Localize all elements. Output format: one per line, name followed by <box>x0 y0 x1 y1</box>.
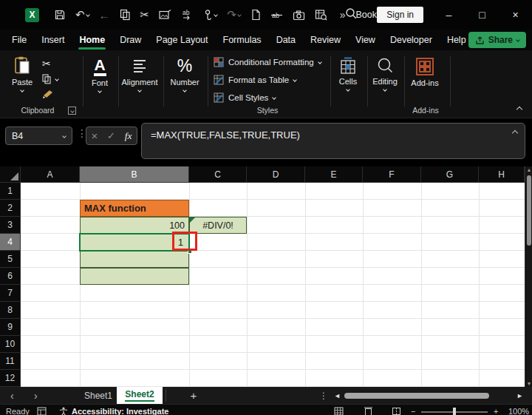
insert-function-button[interactable]: fx <box>125 130 132 142</box>
add-sheet-button[interactable]: + <box>186 387 201 404</box>
cell-b5[interactable] <box>80 251 189 268</box>
save-button[interactable] <box>54 9 66 21</box>
row-header-2[interactable]: 2 <box>0 200 21 217</box>
font-dropdown-icon[interactable] <box>98 89 102 93</box>
scroll-down-icon[interactable]: ▼ <box>525 381 532 386</box>
row-header-4[interactable]: 4 <box>0 234 21 251</box>
next-sheet-button[interactable]: › <box>34 387 38 404</box>
collapse-ribbon-icon[interactable] <box>516 107 522 112</box>
clipboard-dialog-launcher[interactable] <box>68 107 76 115</box>
cell-styles-dropdown-icon[interactable] <box>272 95 276 100</box>
font-group-button[interactable]: A Font <box>83 58 116 92</box>
alignment-dropdown-icon[interactable] <box>137 88 142 92</box>
formula-input[interactable]: =MAX(TRUE,FALSE,TRUE,TRUE) <box>141 123 525 159</box>
scroll-up-icon[interactable]: ▲ <box>525 167 532 172</box>
back-button[interactable]: ← <box>99 9 110 21</box>
column-header-f[interactable]: F <box>363 166 421 183</box>
cut-ribbon-button[interactable]: ✂ <box>42 58 58 70</box>
touch-mode-dropdown-icon[interactable] <box>214 13 218 17</box>
tab-developer[interactable]: Developer <box>383 32 440 48</box>
row-header-12[interactable]: 12 <box>0 370 21 387</box>
tab-view[interactable]: View <box>348 32 383 48</box>
collapse-formula-bar-icon[interactable] <box>512 130 518 136</box>
undo-button[interactable]: ↶ <box>75 8 89 21</box>
editing-dropdown-icon[interactable] <box>383 87 387 92</box>
cell-b6[interactable] <box>80 268 189 285</box>
tab-draw[interactable]: Draw <box>112 32 149 48</box>
paste-button[interactable]: Paste <box>12 56 33 92</box>
zoom-out-button[interactable]: − <box>411 407 415 415</box>
row-header-6[interactable]: 6 <box>0 268 21 285</box>
row-header-7[interactable]: 7 <box>0 285 21 302</box>
replace-button[interactable]: ab <box>181 9 193 21</box>
close-button[interactable]: × <box>499 0 532 30</box>
tab-page-layout[interactable]: Page Layout <box>149 32 215 48</box>
screenshot-button[interactable] <box>159 10 171 21</box>
cut-button[interactable]: ✂ <box>140 8 150 21</box>
page-layout-view-button[interactable] <box>364 407 373 415</box>
page-break-view-button[interactable] <box>392 407 401 415</box>
alignment-group-button[interactable]: Alignment <box>119 58 160 92</box>
share-dropdown-icon[interactable] <box>516 38 520 42</box>
row-header-5[interactable]: 5 <box>0 251 21 268</box>
copy-dropdown-icon[interactable] <box>55 77 59 81</box>
cancel-button[interactable]: × <box>91 129 98 142</box>
addins-button[interactable]: Add-ins <box>409 57 441 87</box>
column-header-e[interactable]: E <box>305 166 363 183</box>
zoom-level-label[interactable]: 100% <box>508 407 529 415</box>
row-header-8[interactable]: 8 <box>0 302 21 319</box>
sheet-tab-sheet1[interactable]: Sheet1 <box>74 387 123 404</box>
tab-formulas[interactable]: Formulas <box>216 32 269 48</box>
enter-button[interactable]: ✓ <box>107 130 115 141</box>
conditional-formatting-dropdown-icon[interactable] <box>318 60 322 64</box>
cell-styles-button[interactable]: Cell Styles <box>214 92 276 103</box>
column-header-h[interactable]: H <box>479 166 525 183</box>
conditional-formatting-button[interactable]: Conditional Formatting <box>214 57 321 67</box>
select-all-button[interactable] <box>0 166 21 183</box>
cells-dropdown-icon[interactable] <box>346 87 350 92</box>
row-header-1[interactable]: 1 <box>0 183 21 200</box>
row-header-9[interactable]: 9 <box>0 319 21 336</box>
minimize-button[interactable]: – <box>432 0 466 30</box>
search-button[interactable] <box>345 7 358 23</box>
maximize-button[interactable]: □ <box>466 0 499 30</box>
share-button[interactable]: Share <box>468 32 526 48</box>
column-header-a[interactable]: A <box>21 166 80 183</box>
horizontal-scrollbar-thumb[interactable] <box>344 393 489 399</box>
hscroll-right-icon[interactable]: ► <box>516 387 523 404</box>
tab-file[interactable]: File <box>4 32 34 48</box>
camera-button[interactable] <box>293 10 305 21</box>
redo-button[interactable]: ↷ <box>227 8 241 21</box>
name-box-dropdown-icon[interactable] <box>62 134 66 138</box>
number-group-button[interactable]: % Number <box>164 56 205 92</box>
format-as-table-dropdown-icon[interactable] <box>293 78 297 82</box>
tab-home[interactable]: Home <box>72 32 112 48</box>
cells-group-button[interactable]: Cells <box>332 57 364 91</box>
cells-area[interactable]: MAX function 100 #DIV/0! 1 <box>21 183 525 387</box>
prev-sheet-button[interactable]: ‹ <box>10 387 14 404</box>
touch-mode-button[interactable] <box>202 9 217 21</box>
cell-b2[interactable]: MAX function <box>80 200 189 217</box>
sheet-options-button[interactable]: ⋮ <box>319 387 328 404</box>
tab-insert[interactable]: Insert <box>34 32 72 48</box>
hscroll-left-icon[interactable]: ◄ <box>334 387 341 404</box>
column-header-g[interactable]: G <box>421 166 479 183</box>
column-header-c[interactable]: C <box>189 166 247 183</box>
normal-view-button[interactable] <box>334 407 344 415</box>
redo-dropdown-icon[interactable] <box>237 13 242 17</box>
cell-c3[interactable]: #DIV/0! <box>189 217 247 234</box>
row-header-3[interactable]: 3 <box>0 217 21 234</box>
format-as-table-button[interactable]: Format as Table <box>214 75 296 85</box>
new-file-button[interactable] <box>250 9 261 21</box>
row-header-11[interactable]: 11 <box>0 353 21 370</box>
vertical-scrollbar-thumb[interactable] <box>527 175 531 246</box>
zoom-slider-thumb[interactable] <box>453 408 456 415</box>
undo-dropdown-icon[interactable] <box>86 13 90 17</box>
macro-record-button[interactable] <box>37 407 47 415</box>
number-dropdown-icon[interactable] <box>183 88 187 92</box>
format-painter-button[interactable] <box>42 89 58 101</box>
vertical-scrollbar[interactable]: ▲ ▼ <box>525 166 532 387</box>
editing-group-button[interactable]: Editing <box>367 57 403 91</box>
copy-ribbon-button[interactable] <box>42 74 58 84</box>
sheet-tab-sheet2-active[interactable]: Sheet2 <box>117 387 163 404</box>
